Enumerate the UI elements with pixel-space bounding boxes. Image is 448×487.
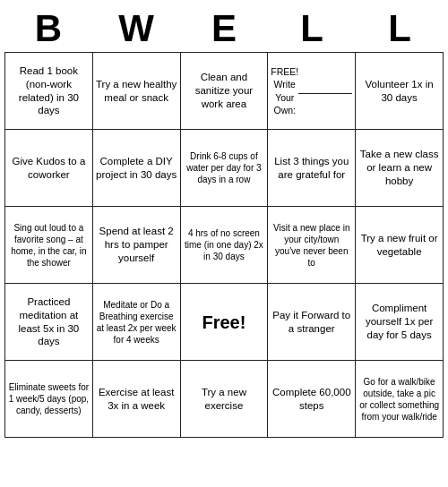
cell-r2c3: Visit a new place in your city/town you'… [268,207,356,284]
bingo-card: BWELL Read 1 book (non-work related) in … [4,7,444,438]
cell-r2c2: 4 hrs of no screen time (in one day) 2x … [181,207,269,284]
cell-r3c0: Practiced meditation at least 5x in 30 d… [5,284,93,361]
cell-r1c0: Give Kudos to a coworker [5,130,93,207]
cell-r1c4: Take a new class or learn a new hobby [356,130,444,207]
header-letter-L: L [270,7,354,50]
header-row: BWELL [4,7,444,50]
cell-r2c0: Sing out loud to a favorite song – at ho… [5,207,93,284]
cell-r4c4: Go for a walk/bike outside, take a pic o… [356,361,444,438]
cell-r4c0: Eliminate sweets for 1 week/5 days (pop,… [5,361,93,438]
cell-r3c1: Meditate or Do a Breathing exercise at l… [93,284,181,361]
header-letter-L: L [358,7,442,50]
header-letter-E: E [182,7,266,50]
cell-r0c3: FREE! Write Your Own: [268,53,356,130]
header-letter-B: B [6,7,90,50]
bingo-grid: Read 1 book (non-work related) in 30 day… [4,52,444,438]
cell-r3c3: Pay it Forward to a stranger [268,284,356,361]
cell-r1c2: Drink 6-8 cups of water per day for 3 da… [181,130,269,207]
cell-r4c1: Exercise at least 3x in a week [93,361,181,438]
cell-r1c1: Complete a DIY project in 30 days [93,130,181,207]
cell-r0c2: Clean and sanitize your work area [181,53,269,130]
cell-r3c4: Compliment yourself 1x per day for 5 day… [356,284,444,361]
header-letter-W: W [94,7,178,50]
cell-r1c3: List 3 things you are grateful for [268,130,356,207]
cell-r2c4: Try a new fruit or vegetable [356,207,444,284]
cell-r0c1: Try a new healthy meal or snack [93,53,181,130]
cell-r4c3: Complete 60,000 steps [268,361,356,438]
cell-r2c1: Spend at least 2 hrs to pamper yourself [93,207,181,284]
cell-r4c2: Try a new exercise [181,361,269,438]
cell-r0c0: Read 1 book (non-work related) in 30 day… [5,53,93,130]
cell-r0c4: Volunteer 1x in 30 days [356,53,444,130]
cell-r3c2: Free! [181,284,269,361]
